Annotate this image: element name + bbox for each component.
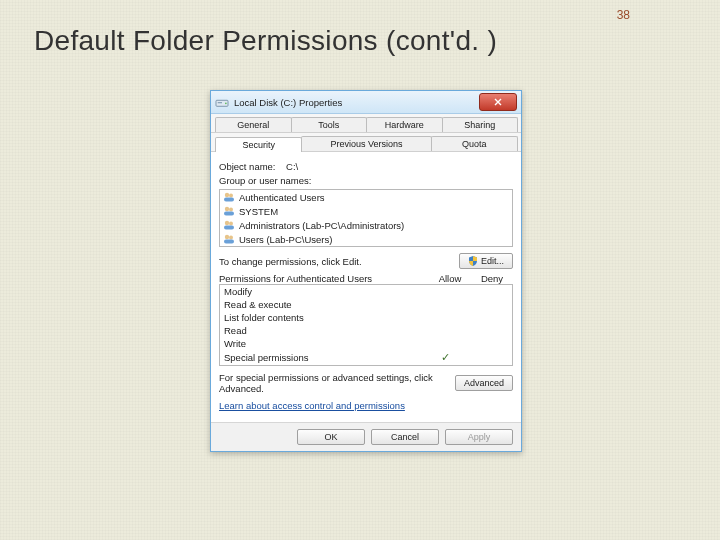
- dialog-footer: OK Cancel Apply: [211, 422, 521, 451]
- close-icon: [494, 98, 502, 106]
- user-name: Administrators (Lab-PC\Administrators): [239, 220, 404, 231]
- dialog-title: Local Disk (C:) Properties: [234, 97, 479, 108]
- perm-row: Read & execute: [220, 298, 512, 311]
- allow-cell: ✓: [424, 351, 466, 364]
- list-item[interactable]: Authenticated Users: [220, 190, 512, 204]
- svg-rect-5: [224, 198, 234, 202]
- advanced-hint: For special permissions or advanced sett…: [219, 372, 455, 394]
- tab-quota[interactable]: Quota: [431, 136, 518, 151]
- svg-point-6: [225, 207, 229, 211]
- cancel-button[interactable]: Cancel: [371, 429, 439, 445]
- permissions-for-label: Permissions for Authenticated Users: [219, 273, 429, 284]
- object-name-value: C:\: [286, 161, 298, 172]
- perm-name: Write: [224, 338, 424, 349]
- perm-name: Read & execute: [224, 299, 424, 310]
- learn-link[interactable]: Learn about access control and permissio…: [219, 400, 405, 411]
- svg-rect-14: [224, 240, 234, 244]
- list-item[interactable]: SYSTEM: [220, 204, 512, 218]
- list-item[interactable]: Administrators (Lab-PC\Administrators): [220, 218, 512, 232]
- user-name: Authenticated Users: [239, 192, 325, 203]
- group-label: Group or user names:: [219, 175, 513, 186]
- perm-row: Read: [220, 324, 512, 337]
- edit-hint: To change permissions, click Edit.: [219, 256, 362, 267]
- object-name-row: Object name: C:\: [219, 161, 513, 172]
- tab-row-2: Security Previous Versions Quota: [211, 133, 521, 152]
- drive-icon: [215, 96, 229, 108]
- tab-hardware[interactable]: Hardware: [366, 117, 443, 132]
- edit-button[interactable]: Edit...: [459, 253, 513, 269]
- user-name: SYSTEM: [239, 206, 278, 217]
- perm-row: Special permissions✓: [220, 350, 512, 365]
- svg-point-7: [229, 208, 233, 212]
- tab-row-1: General Tools Hardware Sharing: [211, 114, 521, 133]
- svg-point-9: [225, 221, 229, 225]
- svg-point-13: [229, 236, 233, 240]
- edit-button-label: Edit...: [481, 256, 504, 266]
- perm-name: Modify: [224, 286, 424, 297]
- apply-button[interactable]: Apply: [445, 429, 513, 445]
- perm-name: List folder contents: [224, 312, 424, 323]
- ok-button[interactable]: OK: [297, 429, 365, 445]
- advanced-button[interactable]: Advanced: [455, 375, 513, 391]
- slide-number: 38: [617, 8, 630, 22]
- users-icon: [223, 191, 235, 203]
- list-item[interactable]: Users (Lab-PC\Users): [220, 232, 512, 246]
- svg-point-2: [225, 102, 227, 104]
- perm-row: Modify: [220, 285, 512, 298]
- titlebar[interactable]: Local Disk (C:) Properties: [211, 91, 521, 114]
- users-icon: [223, 233, 235, 245]
- allow-header: Allow: [429, 273, 471, 284]
- deny-header: Deny: [471, 273, 513, 284]
- tab-general[interactable]: General: [215, 117, 292, 132]
- svg-rect-1: [218, 102, 222, 103]
- tab-tools[interactable]: Tools: [291, 117, 368, 132]
- close-button[interactable]: [479, 93, 517, 111]
- perm-row: List folder contents: [220, 311, 512, 324]
- perm-name: Read: [224, 325, 424, 336]
- tab-body-security: Object name: C:\ Group or user names: Au…: [211, 152, 521, 422]
- users-icon: [223, 205, 235, 217]
- users-icon: [223, 219, 235, 231]
- tab-sharing[interactable]: Sharing: [442, 117, 519, 132]
- svg-rect-11: [224, 226, 234, 230]
- user-list[interactable]: Authenticated Users SYSTEM Administrator…: [219, 189, 513, 247]
- tab-security[interactable]: Security: [215, 137, 302, 152]
- svg-point-10: [229, 222, 233, 226]
- permissions-list[interactable]: Modify Read & execute List folder conten…: [219, 284, 513, 366]
- shield-icon: [468, 256, 478, 266]
- svg-rect-8: [224, 212, 234, 216]
- tab-previous-versions[interactable]: Previous Versions: [301, 136, 431, 151]
- svg-point-4: [229, 194, 233, 198]
- object-name-label: Object name:: [219, 161, 276, 172]
- user-name: Users (Lab-PC\Users): [239, 234, 332, 245]
- svg-point-12: [225, 235, 229, 239]
- svg-point-3: [225, 193, 229, 197]
- perm-row: Write: [220, 337, 512, 350]
- slide-title: Default Folder Permissions (cont'd. ): [34, 25, 497, 57]
- properties-dialog: Local Disk (C:) Properties General Tools…: [210, 90, 522, 452]
- perm-name: Special permissions: [224, 352, 424, 363]
